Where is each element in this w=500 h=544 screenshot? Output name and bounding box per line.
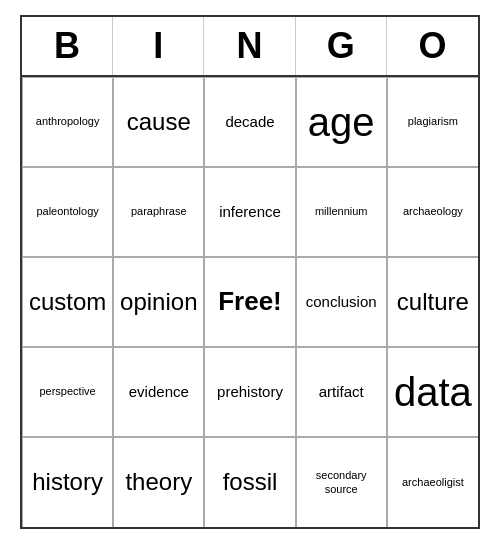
bingo-cell: opinion — [113, 257, 204, 347]
bingo-cell: culture — [387, 257, 478, 347]
header-letter: O — [387, 17, 478, 75]
bingo-grid: anthropologycausedecadeageplagiarismpale… — [22, 77, 478, 527]
bingo-cell: millennium — [296, 167, 387, 257]
bingo-cell: evidence — [113, 347, 204, 437]
bingo-cell: age — [296, 77, 387, 167]
bingo-cell: secondary source — [296, 437, 387, 527]
header-letter: I — [113, 17, 204, 75]
bingo-cell: fossil — [204, 437, 295, 527]
bingo-cell: history — [22, 437, 113, 527]
bingo-header: BINGO — [22, 17, 478, 77]
bingo-cell: decade — [204, 77, 295, 167]
header-letter: G — [296, 17, 387, 75]
bingo-cell: conclusion — [296, 257, 387, 347]
bingo-cell: custom — [22, 257, 113, 347]
bingo-cell: data — [387, 347, 478, 437]
bingo-card: BINGO anthropologycausedecadeageplagiari… — [20, 15, 480, 529]
bingo-cell: perspective — [22, 347, 113, 437]
bingo-cell: paleontology — [22, 167, 113, 257]
bingo-cell: inference — [204, 167, 295, 257]
bingo-cell: anthropology — [22, 77, 113, 167]
bingo-cell: archaeology — [387, 167, 478, 257]
bingo-cell: cause — [113, 77, 204, 167]
bingo-cell: Free! — [204, 257, 295, 347]
bingo-cell: artifact — [296, 347, 387, 437]
bingo-cell: plagiarism — [387, 77, 478, 167]
bingo-cell: prehistory — [204, 347, 295, 437]
bingo-cell: theory — [113, 437, 204, 527]
bingo-cell: archaeoligist — [387, 437, 478, 527]
bingo-cell: paraphrase — [113, 167, 204, 257]
header-letter: N — [204, 17, 295, 75]
header-letter: B — [22, 17, 113, 75]
